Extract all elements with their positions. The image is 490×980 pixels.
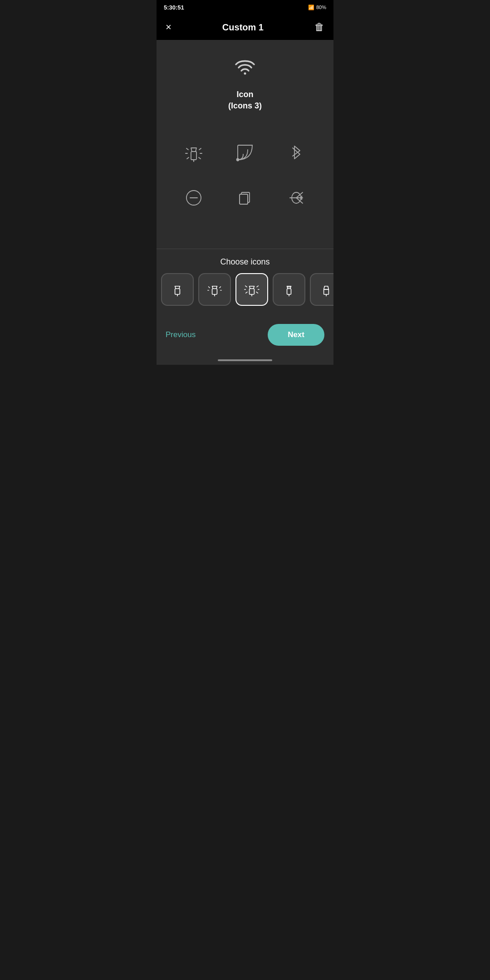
status-time: 5:30:51: [164, 4, 184, 11]
status-bar: 5:30:51 📶 80%: [157, 0, 333, 15]
home-bar: [218, 359, 272, 361]
next-button[interactable]: Next: [268, 324, 324, 346]
svg-rect-6: [240, 194, 248, 204]
picker-flashlight-2[interactable]: [198, 273, 231, 306]
delete-button[interactable]: 🗑: [314, 21, 324, 33]
choose-section: Choose icons: [157, 249, 333, 315]
svg-rect-1: [191, 152, 196, 160]
minus-circle-icon[interactable]: [172, 180, 215, 216]
preview-area: Icon (Icons 3): [228, 54, 262, 112]
choose-title: Choose icons: [157, 257, 333, 267]
svg-line-16: [209, 287, 210, 288]
battery-icon: 80%: [316, 5, 326, 10]
picker-flashlight-1[interactable]: [161, 273, 194, 306]
signal-icon: 📶: [308, 5, 314, 10]
svg-line-18: [220, 287, 221, 288]
page-title: Custom 1: [222, 22, 264, 33]
svg-point-2: [236, 159, 239, 161]
svg-rect-14: [212, 289, 217, 294]
picker-flashlight-3[interactable]: [235, 273, 268, 306]
close-button[interactable]: ×: [166, 21, 172, 33]
svg-rect-31: [324, 289, 329, 294]
wifi-corner-icon[interactable]: [224, 134, 266, 171]
main-content: Icon (Icons 3): [157, 40, 333, 249]
crossbow-icon[interactable]: [275, 180, 318, 216]
copy-icon[interactable]: [224, 180, 266, 216]
svg-rect-20: [250, 289, 255, 294]
svg-line-26: [246, 292, 248, 293]
preview-wifi-icon: [231, 54, 259, 83]
svg-rect-12: [175, 289, 180, 294]
svg-rect-28: [287, 289, 291, 294]
picker-flashlight-4[interactable]: [273, 273, 305, 306]
picker-flashlight-5[interactable]: [310, 273, 333, 306]
home-indicator: [157, 359, 333, 365]
svg-line-27: [256, 292, 258, 293]
bluetooth-icon[interactable]: [275, 134, 318, 171]
preview-label: Icon (Icons 3): [228, 89, 262, 112]
svg-line-22: [245, 286, 247, 287]
icon-grid: [172, 134, 318, 216]
bottom-navigation: Previous Next: [157, 315, 333, 359]
flashlight-rays-icon[interactable]: [172, 134, 215, 171]
status-icons: 📶 80%: [308, 5, 326, 10]
icon-picker-row: [157, 273, 333, 310]
svg-point-0: [244, 73, 246, 75]
svg-line-24: [257, 286, 259, 287]
previous-button[interactable]: Previous: [166, 330, 196, 339]
top-bar: × Custom 1 🗑: [157, 15, 333, 40]
